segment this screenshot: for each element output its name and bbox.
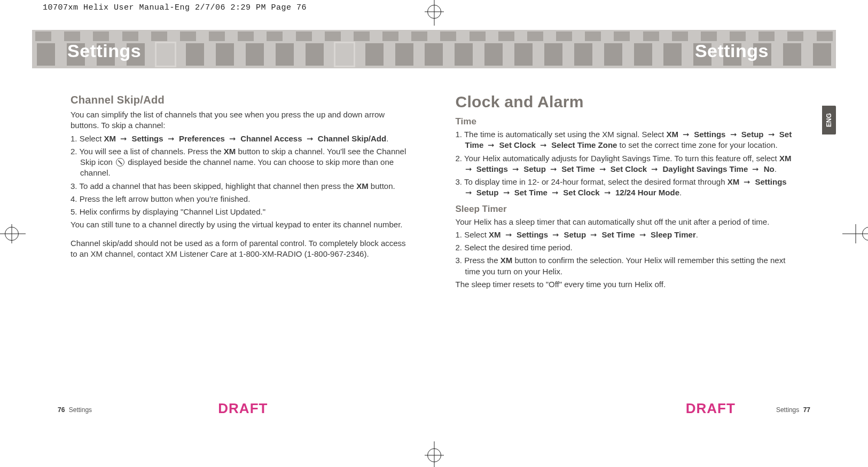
left-note-2: Channel skip/add should not be used as a… bbox=[71, 238, 413, 260]
print-slug: 10707xm Helix User Manual-Eng 2/7/06 2:2… bbox=[43, 3, 307, 12]
left-steps-list: 1. Select XM ➞ Settings ➞ Preferences ➞ … bbox=[71, 133, 413, 218]
list-item: 4. Press the left arrow button when you'… bbox=[71, 194, 413, 204]
sleep-note: The sleep timer resets to "Off" every ti… bbox=[456, 279, 798, 290]
draft-watermark-right: DRAFT bbox=[686, 400, 736, 417]
list-item: 3. To add a channel that has been skippe… bbox=[71, 181, 413, 192]
list-item: 3. Press the XM button to confirm the se… bbox=[456, 255, 798, 277]
list-item: 2. Select the desired time period. bbox=[456, 242, 798, 253]
list-item: 1. The time is automatically set using t… bbox=[456, 129, 798, 151]
left-note-1: You can still tune to a channel directly… bbox=[71, 219, 413, 230]
banner-title-left: Settings bbox=[67, 41, 141, 61]
list-item: 1. Select XM ➞ Settings ➞ Setup ➞ Set Ti… bbox=[456, 229, 798, 240]
time-steps-list: 1. The time is automatically set using t… bbox=[456, 129, 798, 199]
list-item: 5. Helix confirms by displaying "Channel… bbox=[71, 207, 413, 217]
sleep-steps-list: 1. Select XM ➞ Settings ➞ Setup ➞ Set Ti… bbox=[456, 229, 798, 277]
heading-channel-skip-add: Channel Skip/Add bbox=[71, 94, 413, 106]
page-spread: Channel Skip/Add You can simplify the li… bbox=[32, 90, 836, 424]
heading-clock-and-alarm: Clock and Alarm bbox=[456, 93, 798, 111]
list-item: 3. To display time in 12- or 24-hour for… bbox=[456, 177, 798, 199]
list-item: 2. You will see a list of channels. Pres… bbox=[71, 146, 413, 179]
header-banner: Settings Settings bbox=[32, 30, 836, 68]
sleep-intro: Your Helix has a sleep timer that can au… bbox=[456, 217, 798, 227]
left-intro: You can simplify the list of channels th… bbox=[71, 109, 413, 131]
list-item: 1. Select XM ➞ Settings ➞ Preferences ➞ … bbox=[71, 133, 413, 144]
banner-title-right: Settings bbox=[695, 41, 769, 61]
page-number-left: 76 Settings bbox=[56, 406, 92, 414]
draft-watermark-left: DRAFT bbox=[218, 400, 268, 417]
page-77: Clock and Alarm Time 1. The time is auto… bbox=[434, 90, 836, 424]
heading-sleep-timer: Sleep Timer bbox=[456, 204, 798, 215]
channel-skip-icon bbox=[116, 158, 124, 167]
page-76: Channel Skip/Add You can simplify the li… bbox=[32, 90, 434, 424]
list-item: 2. Your Helix automatically adjusts for … bbox=[456, 153, 798, 175]
page-number-right: Settings 77 bbox=[776, 406, 812, 414]
heading-time: Time bbox=[456, 116, 798, 127]
